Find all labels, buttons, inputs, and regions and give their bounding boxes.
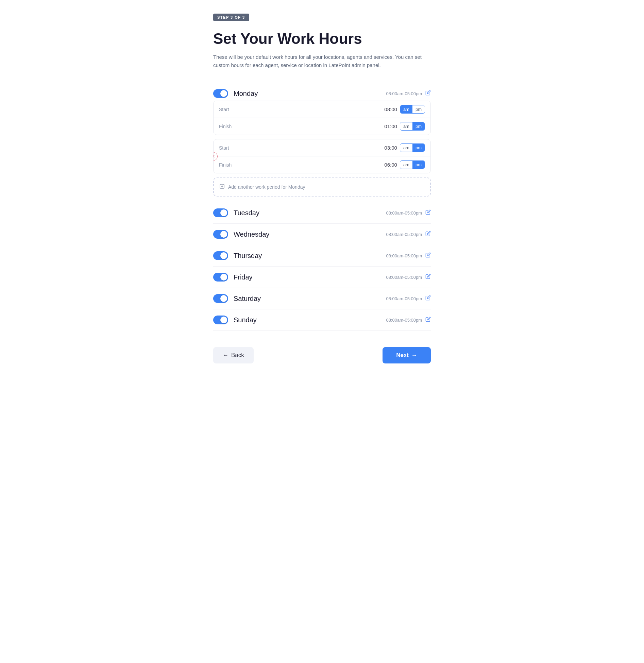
finish-ampm-monday-1: ampm [400, 160, 425, 169]
day-right-tuesday: 08:00am-05:00pm [386, 209, 431, 216]
day-right-saturday: 08:00am-05:00pm [386, 295, 431, 302]
day-name-saturday: Saturday [234, 295, 261, 303]
footer-actions: ← Back Next → [213, 336, 431, 363]
page-description: These will be your default work hours fo… [213, 53, 431, 69]
day-right-thursday: 08:00am-05:00pm [386, 252, 431, 259]
start-input-group-monday-1: 03:00ampm [383, 143, 425, 152]
edit-icon-monday[interactable] [425, 90, 431, 97]
finish-ampm-monday-0: ampm [400, 122, 425, 131]
day-hours-sunday: 08:00am-05:00pm [386, 318, 422, 323]
day-right-wednesday: 08:00am-05:00pm [386, 231, 431, 238]
finish-time-value-monday-0: 01:00 [383, 123, 397, 129]
start-label-monday-0: Start [219, 107, 229, 112]
start-am-btn-monday-0[interactable]: am [400, 105, 412, 113]
expanded-area-monday: Start08:00ampmFinish01:00ampm×Start03:00… [213, 101, 431, 202]
start-label-monday-1: Start [219, 145, 229, 151]
day-right-sunday: 08:00am-05:00pm [386, 317, 431, 323]
day-row-tuesday: Tuesday08:00am-05:00pm [213, 202, 431, 224]
edit-icon-sunday[interactable] [425, 317, 431, 323]
back-button[interactable]: ← Back [213, 347, 254, 363]
day-left-monday: Monday [213, 89, 258, 98]
work-period-monday-0: Start08:00ampmFinish01:00ampm [213, 101, 431, 135]
day-row-wednesday: Wednesday08:00am-05:00pm [213, 224, 431, 245]
day-name-sunday: Sunday [234, 316, 257, 324]
day-hours-saturday: 08:00am-05:00pm [386, 296, 422, 301]
day-hours-tuesday: 08:00am-05:00pm [386, 210, 422, 216]
start-am-btn-monday-1[interactable]: am [400, 144, 412, 152]
finish-input-group-monday-1: 06:00ampm [383, 160, 425, 169]
back-label: Back [231, 352, 244, 359]
days-list: Monday08:00am-05:00pmStart08:00ampmFinis… [213, 83, 431, 331]
finish-row-monday-1: Finish06:00ampm [214, 156, 430, 173]
day-left-friday: Friday [213, 273, 253, 282]
day-name-tuesday: Tuesday [234, 209, 259, 217]
edit-icon-wednesday[interactable] [425, 231, 431, 238]
day-name-thursday: Thursday [234, 252, 262, 260]
day-name-monday: Monday [234, 90, 258, 98]
day-left-tuesday: Tuesday [213, 208, 259, 217]
finish-time-value-monday-1: 06:00 [383, 162, 397, 168]
page-title: Set Your Work Hours [213, 31, 431, 47]
day-row-friday: Friday08:00am-05:00pm [213, 267, 431, 288]
day-right-monday: 08:00am-05:00pm [386, 90, 431, 97]
edit-icon-thursday[interactable] [425, 252, 431, 259]
day-right-friday: 08:00am-05:00pm [386, 274, 431, 280]
finish-input-group-monday-0: 01:00ampm [383, 122, 425, 131]
toggle-friday[interactable] [213, 273, 228, 282]
finish-pm-btn-monday-1[interactable]: pm [412, 161, 425, 169]
add-period-label-monday: Add another work period for Monday [228, 184, 305, 190]
work-period-monday-1: ×Start03:00ampmFinish06:00ampm [213, 139, 431, 173]
toggle-monday[interactable] [213, 89, 228, 98]
plus-icon-monday [219, 184, 225, 190]
toggle-saturday[interactable] [213, 294, 228, 303]
finish-row-monday-0: Finish01:00ampm [214, 118, 430, 135]
day-row-thursday: Thursday08:00am-05:00pm [213, 245, 431, 267]
day-row-sunday: Sunday08:00am-05:00pm [213, 309, 431, 331]
toggle-sunday[interactable] [213, 316, 228, 324]
start-row-monday-1: Start03:00ampm [214, 139, 430, 156]
day-hours-monday: 08:00am-05:00pm [386, 91, 422, 96]
finish-am-btn-monday-0[interactable]: am [400, 122, 412, 130]
edit-icon-tuesday[interactable] [425, 209, 431, 216]
finish-label-monday-0: Finish [219, 124, 232, 129]
edit-icon-friday[interactable] [425, 274, 431, 280]
day-left-sunday: Sunday [213, 316, 257, 324]
page-container: STEP 3 OF 3 Set Your Work Hours These wi… [213, 14, 431, 649]
edit-icon-saturday[interactable] [425, 295, 431, 302]
start-pm-btn-monday-0[interactable]: pm [412, 105, 425, 113]
day-hours-wednesday: 08:00am-05:00pm [386, 232, 422, 237]
start-pm-btn-monday-1[interactable]: pm [412, 144, 425, 152]
day-hours-thursday: 08:00am-05:00pm [386, 253, 422, 258]
day-left-saturday: Saturday [213, 294, 261, 303]
start-row-monday-0: Start08:00ampm [214, 101, 430, 118]
next-label: Next [396, 352, 409, 359]
start-ampm-monday-0: ampm [400, 105, 425, 114]
start-input-group-monday-0: 08:00ampm [383, 105, 425, 114]
add-period-btn-monday[interactable]: Add another work period for Monday [213, 177, 431, 197]
day-name-wednesday: Wednesday [234, 231, 269, 238]
step-badge: STEP 3 OF 3 [213, 14, 249, 21]
toggle-tuesday[interactable] [213, 208, 228, 217]
finish-pm-btn-monday-0[interactable]: pm [412, 122, 425, 130]
toggle-thursday[interactable] [213, 251, 228, 260]
toggle-wednesday[interactable] [213, 230, 228, 239]
day-row-saturday: Saturday08:00am-05:00pm [213, 288, 431, 309]
day-row-monday: Monday08:00am-05:00pm [213, 83, 431, 101]
start-ampm-monday-1: ampm [400, 143, 425, 152]
day-hours-friday: 08:00am-05:00pm [386, 275, 422, 280]
day-left-wednesday: Wednesday [213, 230, 269, 239]
finish-am-btn-monday-1[interactable]: am [400, 161, 412, 169]
finish-label-monday-1: Finish [219, 162, 232, 168]
start-time-value-monday-0: 08:00 [383, 106, 397, 112]
back-arrow-icon: ← [223, 352, 228, 359]
day-name-friday: Friday [234, 273, 253, 281]
next-button[interactable]: Next → [383, 347, 431, 363]
next-arrow-icon: → [411, 352, 417, 359]
day-left-thursday: Thursday [213, 251, 262, 260]
start-time-value-monday-1: 03:00 [383, 145, 397, 151]
